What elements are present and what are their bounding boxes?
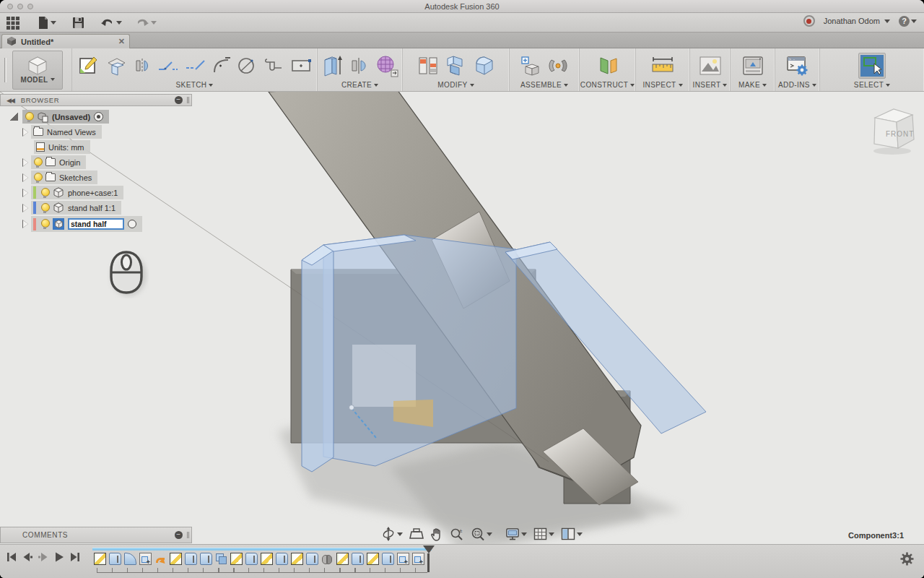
user-account-menu[interactable]: Jonathan Odom (824, 17, 890, 25)
panel-resize-handle[interactable] (187, 97, 189, 103)
timeline-range-bar[interactable] (92, 548, 432, 551)
timeline-feature-extrude-icon[interactable] (185, 553, 197, 565)
workspace-switcher-model[interactable]: MODEL (12, 51, 63, 90)
tree-row-stand-half-1[interactable]: stand half 1:1 (23, 201, 121, 215)
measure-icon[interactable] (650, 56, 675, 75)
panel-options-icon[interactable]: − (175, 531, 183, 539)
timeline-feature-extrude-icon[interactable] (306, 553, 318, 565)
visibility-bulb-icon[interactable] (33, 158, 42, 168)
orbit-button[interactable] (381, 527, 403, 541)
app-grid-button[interactable] (6, 15, 20, 30)
tree-row-rename[interactable] (23, 216, 142, 232)
panel-options-icon[interactable]: − (175, 96, 183, 104)
construct-group-label[interactable]: CONSTRUCT (580, 81, 635, 89)
tree-row-phone-case[interactable]: phone+case:1 (23, 186, 123, 199)
timeline-feature-component-icon[interactable] (139, 553, 152, 565)
create-sketch-icon[interactable] (78, 55, 100, 77)
tree-row-named-views[interactable]: Named Views (23, 125, 102, 139)
visibility-bulb-icon[interactable] (25, 112, 33, 122)
rename-component-input[interactable] (68, 218, 124, 230)
activate-component-radio[interactable] (94, 112, 103, 121)
timeline-feature-extrude-icon[interactable] (276, 553, 288, 565)
look-at-button[interactable] (409, 528, 424, 540)
timeline-feature-extrude-icon[interactable] (382, 553, 394, 565)
redo-button[interactable] (135, 17, 157, 28)
visibility-bulb-icon[interactable] (40, 219, 49, 229)
timeline-feature-fillet-icon[interactable] (124, 553, 136, 565)
joint-icon[interactable] (547, 56, 569, 76)
tab-close-icon[interactable]: ✕ (118, 37, 125, 46)
expand-arrow-icon[interactable] (23, 204, 28, 212)
timeline-feature-sketch-icon[interactable] (291, 553, 303, 565)
sketch-fillet-icon[interactable] (212, 56, 231, 75)
model-canvas[interactable] (0, 92, 924, 544)
visibility-bulb-icon[interactable] (33, 173, 42, 183)
timeline-feature-sketch-icon[interactable] (94, 553, 106, 565)
timeline-feature-component-icon[interactable] (397, 553, 409, 565)
sketch-line-icon[interactable] (157, 58, 179, 74)
expand-arrow-icon[interactable] (23, 220, 28, 228)
extrude-icon[interactable] (322, 54, 344, 77)
sketch-circle-icon[interactable] (237, 56, 257, 76)
record-indicator-icon[interactable] (803, 15, 815, 27)
press-pull-icon[interactable] (417, 55, 439, 77)
combine-icon[interactable] (445, 55, 468, 77)
viewports-button[interactable] (561, 527, 583, 540)
scripts-addins-icon[interactable]: > - (786, 55, 809, 77)
display-settings-button[interactable] (505, 527, 527, 540)
fit-button[interactable] (471, 527, 492, 541)
timeline-feature-extrude-icon[interactable] (245, 553, 258, 565)
assemble-group-label[interactable]: ASSEMBLE (520, 81, 568, 89)
comments-panel-header[interactable]: COMMENTS − (0, 527, 192, 543)
tree-row-sketches[interactable]: Sketches (23, 171, 97, 184)
view-cube[interactable]: FRONT (863, 100, 921, 158)
sketch-group-label[interactable]: SKETCH (176, 81, 214, 89)
select-tool-active-tile[interactable] (858, 53, 886, 79)
addins-group-label[interactable]: ADD-INS (778, 81, 816, 89)
pan-button[interactable] (430, 527, 443, 541)
timeline-feature-combine-icon[interactable] (215, 553, 227, 565)
visibility-bulb-icon[interactable] (40, 188, 49, 198)
timeline-feature-sketch-icon[interactable] (367, 553, 379, 565)
play-button[interactable] (53, 551, 65, 563)
sketch-mirror-icon[interactable] (133, 56, 152, 75)
timeline-feature-extrude-icon[interactable] (200, 553, 212, 565)
tree-row-root[interactable]: (Unsaved) (10, 110, 109, 124)
inspect-group-label[interactable]: INSPECT (642, 81, 682, 89)
browser-panel-header[interactable]: ◀◀ BROWSER − (0, 94, 192, 106)
timeline-feature-extrude-icon[interactable] (352, 553, 364, 565)
activate-component-radio[interactable] (128, 220, 136, 228)
timeline-playhead[interactable] (423, 545, 435, 572)
fillet-icon[interactable] (474, 55, 495, 77)
document-tab-untitled[interactable]: Untitled* ✕ (1, 34, 130, 48)
tree-row-origin[interactable]: Origin (23, 155, 86, 169)
timeline-settings-button[interactable] (900, 552, 914, 566)
timeline-feature-sketch-icon[interactable] (230, 553, 243, 565)
panel-resize-handle[interactable] (187, 532, 189, 538)
timeline-feature-sketch-icon[interactable] (336, 553, 349, 565)
zoom-button[interactable]: ± (450, 527, 464, 541)
timeline-feature-move-icon[interactable] (154, 553, 167, 565)
timeline-feature-extrude-icon[interactable] (109, 553, 121, 565)
expand-arrow-icon[interactable] (23, 159, 28, 166)
expand-arrow-icon[interactable] (23, 189, 28, 197)
new-component-icon[interactable] (520, 55, 541, 77)
tree-row-units[interactable]: Units: mm (23, 140, 90, 154)
insert-image-icon[interactable] (699, 56, 722, 76)
collapse-arrow-icon[interactable] (10, 113, 18, 121)
sketch-construction-line-icon[interactable] (185, 58, 206, 74)
undo-button[interactable] (100, 17, 122, 28)
3d-print-icon[interactable] (741, 55, 764, 77)
step-back-button[interactable] (22, 551, 33, 563)
expand-arrow-icon[interactable] (23, 174, 28, 181)
timeline-feature-mirror-icon[interactable] (321, 553, 334, 565)
step-forward-button[interactable] (38, 551, 49, 563)
create-group-label[interactable]: CREATE (341, 81, 378, 89)
help-menu-button[interactable]: ? (899, 16, 917, 27)
sketch-slot-icon[interactable] (263, 56, 284, 75)
sketch-rectangle-icon[interactable] (290, 58, 312, 74)
make-group-label[interactable]: MAKE (738, 81, 767, 89)
skip-to-start-button[interactable] (6, 551, 17, 563)
toolbar-drag-handle[interactable] (4, 58, 6, 82)
file-menu-button[interactable] (38, 16, 56, 30)
